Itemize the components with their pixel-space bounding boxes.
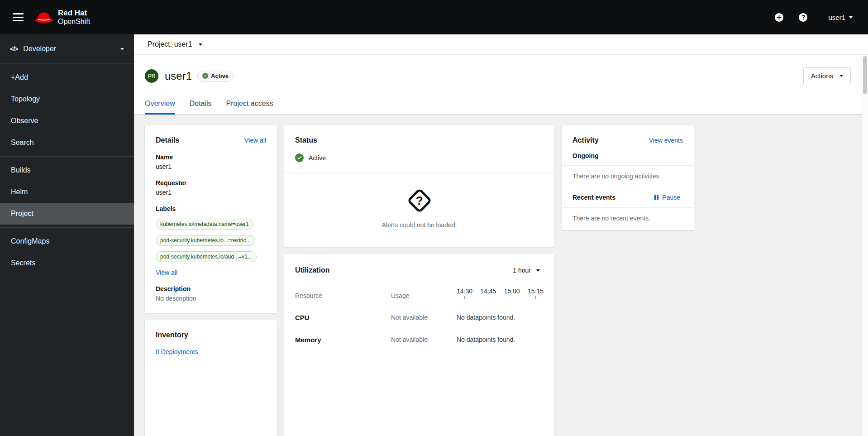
activity-card: Activity View events Ongoing There are n…: [562, 125, 694, 230]
chevron-down-icon: [120, 48, 124, 50]
tab-project-access[interactable]: Project access: [226, 94, 273, 114]
field-requester: Requester user1: [156, 179, 266, 196]
resource-datapoints: No datapoints found.: [457, 314, 544, 321]
user-menu[interactable]: user1: [825, 13, 855, 22]
inventory-card: Inventory 0 Deployments: [145, 320, 277, 436]
utilization-row-cpu: CPU Not available No datapoints found.: [295, 299, 544, 321]
utilization-card: Utilization 1 hour Resource Usage 14:30 …: [284, 254, 554, 436]
ongoing-empty-message: There are no ongoing activities.: [562, 166, 694, 188]
sidebar-item-secrets[interactable]: Secrets: [0, 252, 134, 274]
pause-button-label: Pause: [662, 194, 680, 201]
field-labels-label: Labels: [156, 205, 266, 212]
page-title: user1: [165, 70, 192, 82]
page-header: PR user1 Active Actions: [134, 55, 862, 115]
field-requester-value: user1: [156, 189, 266, 196]
pause-events-button[interactable]: Pause: [651, 193, 683, 201]
perspective-label: Developer: [23, 45, 56, 53]
details-view-all-link[interactable]: View all: [244, 137, 266, 144]
sidebar-item-builds[interactable]: Builds: [0, 159, 134, 181]
add-plus-icon[interactable]: [775, 13, 783, 22]
perspective-switcher[interactable]: </> Developer: [0, 34, 134, 64]
project-bar: Project: user1: [134, 34, 868, 55]
field-description: Description No description: [156, 285, 266, 302]
chevron-down-icon: [199, 43, 202, 46]
actions-dropdown[interactable]: Actions: [803, 67, 851, 84]
field-name-value: user1: [156, 163, 266, 170]
sidebar: </> Developer +Add Topology Observe Sear…: [0, 34, 134, 436]
time-tick-label: 14:30: [457, 287, 472, 295]
left-column: Details View all Name user1 Requester us…: [145, 125, 277, 436]
status-active-label: Active: [309, 154, 326, 162]
alerts-empty-state: ? Alerts could not be loaded.: [284, 172, 554, 247]
column-resource: Resource: [295, 292, 391, 299]
field-description-value: No description: [156, 295, 266, 302]
label-chip[interactable]: pod-security.kubernetes.io...=restric...: [156, 235, 255, 246]
label-chip[interactable]: kubernetes.io/metadata.name=user1: [156, 219, 253, 230]
resource-name: CPU: [295, 314, 391, 321]
time-tick-label: 14:45: [480, 287, 496, 295]
scroll-region: PR user1 Active Actions: [134, 55, 862, 436]
label-chip[interactable]: pod-security.kubernetes.io/aud...=v1...: [156, 251, 257, 262]
tab-overview[interactable]: Overview: [145, 94, 175, 114]
field-description-label: Description: [156, 285, 266, 292]
hamburger-menu-icon[interactable]: [13, 13, 24, 21]
sidebar-item-observe[interactable]: Observe: [0, 110, 134, 132]
labels-view-all-link[interactable]: View all: [156, 269, 177, 276]
vertical-scrollbar[interactable]: [862, 55, 868, 436]
project-selector[interactable]: Project: user1: [145, 40, 205, 49]
help-icon[interactable]: ?: [799, 13, 807, 22]
resource-datapoints: No datapoints found.: [457, 336, 544, 344]
alerts-empty-message: Alerts could not be loaded.: [382, 221, 457, 229]
scrollbar-thumb[interactable]: [863, 56, 867, 94]
status-card-title: Status: [295, 136, 317, 144]
view-events-link[interactable]: View events: [649, 137, 683, 144]
field-name-label: Name: [156, 153, 266, 161]
status-badge-label: Active: [211, 72, 229, 79]
sidebar-item-add[interactable]: +Add: [0, 67, 134, 88]
utilization-card-title: Utilization: [295, 266, 329, 274]
time-tick-label: 15:15: [528, 287, 544, 295]
resource-usage: Not available: [391, 336, 457, 344]
chevron-down-icon: [849, 16, 853, 19]
sidebar-item-helm[interactable]: Helm: [0, 181, 134, 203]
time-tick-label: 15:00: [504, 287, 520, 295]
axis-tick: [488, 296, 488, 299]
brand-text: Red Hat OpenShift: [58, 9, 90, 26]
masthead-utilities: ? user1: [775, 13, 855, 22]
status-active-row: Active: [295, 153, 544, 172]
duration-dropdown[interactable]: 1 hour: [509, 265, 544, 276]
brand-line1: Red Hat: [58, 9, 90, 18]
field-requester-label: Requester: [156, 179, 266, 187]
overview-dashboard: Details View all Name user1 Requester us…: [134, 115, 862, 436]
sidebar-item-search[interactable]: Search: [0, 132, 134, 153]
middle-column: Status Active: [284, 125, 554, 436]
brand-line2: OpenShift: [58, 18, 90, 26]
resource-usage: Not available: [391, 314, 457, 321]
chevron-down-icon: [536, 269, 540, 272]
details-card: Details View all Name user1 Requester us…: [145, 125, 277, 313]
unknown-question-icon: ?: [406, 188, 432, 214]
code-icon: </>: [10, 45, 18, 53]
field-name: Name user1: [156, 153, 266, 170]
tab-bar: Overview Details Project access: [134, 94, 862, 115]
tab-details[interactable]: Details: [190, 94, 212, 114]
chevron-down-icon: [839, 75, 843, 77]
ongoing-section-title: Ongoing: [562, 144, 694, 165]
sidebar-item-topology[interactable]: Topology: [0, 88, 134, 110]
sidebar-divider: [0, 227, 134, 228]
column-usage: Usage: [391, 292, 457, 299]
utilization-header-row: Resource Usage 14:30 14:45 15:00 15:15: [295, 287, 544, 299]
activity-card-title: Activity: [572, 136, 599, 144]
duration-dropdown-label: 1 hour: [513, 267, 531, 274]
field-labels: Labels kubernetes.io/metadata.name=user1…: [156, 205, 266, 276]
right-column: Activity View events Ongoing There are n…: [562, 125, 694, 230]
inventory-deployments-link[interactable]: 0 Deployments: [156, 348, 198, 355]
recent-empty-message: There are no recent events.: [562, 208, 694, 230]
sidebar-item-project[interactable]: Project: [0, 203, 134, 225]
axis-tick: [512, 296, 512, 299]
project-badge: PR: [145, 69, 158, 83]
check-circle-icon: [202, 73, 208, 79]
time-axis: 14:30 14:45 15:00 15:15: [457, 287, 544, 299]
sidebar-item-configmaps[interactable]: ConfigMaps: [0, 230, 134, 252]
sidebar-divider: [0, 156, 134, 157]
